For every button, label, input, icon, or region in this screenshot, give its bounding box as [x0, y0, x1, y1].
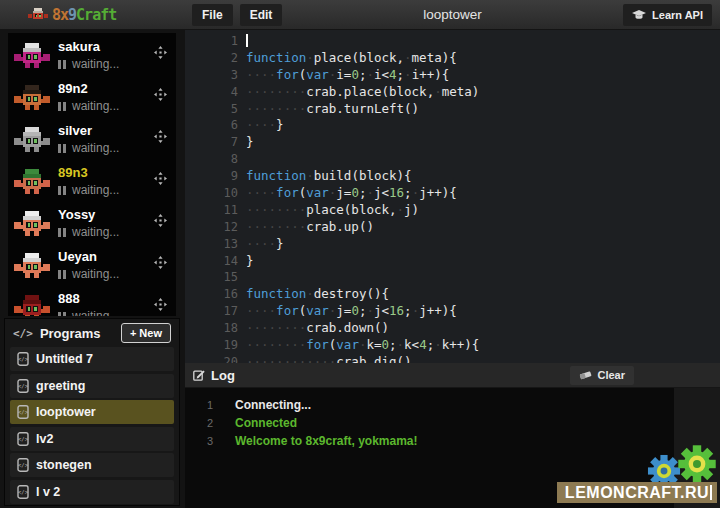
- player-row[interactable]: 89n2 waiting...: [8, 75, 176, 117]
- program-item[interactable]: </>looptower: [10, 400, 174, 424]
- move-player-button[interactable]: [154, 255, 168, 285]
- edit-menu-button[interactable]: Edit: [240, 4, 283, 26]
- line-number: 2: [185, 50, 238, 67]
- program-name: greeting: [36, 379, 85, 393]
- pause-icon: [58, 186, 66, 195]
- new-program-button[interactable]: + New: [121, 323, 171, 343]
- code-line: 9function·build(block){: [185, 168, 720, 185]
- program-item[interactable]: </>greeting: [10, 374, 174, 398]
- log-title: Log: [211, 368, 570, 383]
- line-number: 10: [185, 185, 238, 202]
- move-icon: [154, 172, 167, 185]
- code-line: 17····for(var·j=0;·j<16;·j++){: [185, 303, 720, 320]
- editor-caret: [246, 34, 248, 47]
- player-row[interactable]: Yossy waiting...: [8, 201, 176, 243]
- player-name: silver: [58, 123, 154, 138]
- pause-icon: [58, 60, 66, 69]
- player-name: 89n2: [58, 81, 154, 96]
- move-player-button[interactable]: [154, 129, 168, 159]
- pause-icon: [58, 102, 66, 111]
- line-number: 15: [185, 269, 238, 286]
- crab-avatar: [14, 169, 50, 196]
- program-item[interactable]: </>stonegen: [10, 453, 174, 477]
- log-message: Welcome to 8x9craft, yokmama!: [235, 432, 418, 450]
- file-menu-button[interactable]: File: [192, 4, 233, 26]
- line-number: 19: [185, 337, 238, 354]
- learn-api-button[interactable]: Learn API: [623, 4, 712, 26]
- log-icon: [193, 369, 205, 381]
- move-player-button[interactable]: [154, 45, 168, 75]
- clear-label: Clear: [597, 369, 625, 381]
- logo-text: 8x9Craft: [52, 6, 116, 24]
- line-number: 12: [185, 219, 238, 236]
- program-item[interactable]: </>l v 2: [10, 480, 174, 504]
- program-list: </>Untitled 7 </>greeting </>looptower <…: [5, 347, 179, 504]
- player-list: sakura waiting... 89n2 waiting... silver…: [8, 33, 176, 316]
- program-item[interactable]: </>lv2: [10, 427, 174, 451]
- code-editor[interactable]: 12function·place(block,·meta){3····for(v…: [185, 30, 720, 363]
- pause-icon: [58, 270, 66, 279]
- player-row[interactable]: sakura waiting...: [8, 33, 176, 75]
- code-line: 4········crab.place(block,·meta): [185, 84, 720, 101]
- line-number: 7: [185, 134, 238, 151]
- svg-text:</>: </>: [18, 462, 29, 468]
- move-player-button[interactable]: [154, 297, 168, 316]
- log-line-number: 3: [185, 432, 213, 450]
- player-row[interactable]: silver waiting...: [8, 117, 176, 159]
- player-name: Yossy: [58, 207, 154, 222]
- programs-panel: </> Programs + New </>Untitled 7 </>gree…: [4, 318, 180, 506]
- programs-header: </> Programs + New: [5, 319, 179, 347]
- watermark-banner: LEMONCRAFT.RU: [557, 482, 717, 503]
- player-name: 888: [58, 291, 154, 306]
- player-status-text: waiting...: [72, 309, 119, 316]
- crab-avatar: [14, 211, 50, 238]
- crab-avatar: [14, 295, 50, 316]
- pause-icon: [58, 312, 66, 317]
- player-name: sakura: [58, 39, 154, 54]
- program-file-icon: </>: [17, 432, 29, 446]
- code-line: 2function·place(block,·meta){: [185, 50, 720, 67]
- program-file-icon: </>: [17, 405, 29, 419]
- code-line: 14}: [185, 253, 720, 270]
- log-line: 3Welcome to 8x9craft, yokmama!: [185, 432, 674, 450]
- player-status: waiting...: [58, 267, 154, 281]
- code-line: 5········crab.turnLeft(): [185, 101, 720, 118]
- program-name: lv2: [36, 432, 53, 446]
- program-file-icon: </>: [17, 485, 29, 499]
- log-message: Connected: [235, 414, 297, 432]
- svg-text:</>: </>: [18, 436, 29, 442]
- player-status-text: waiting...: [72, 57, 119, 71]
- code-line: 6····}: [185, 117, 720, 134]
- line-number: 11: [185, 202, 238, 219]
- gear-icon: [676, 442, 718, 486]
- program-file-icon: </>: [17, 379, 29, 393]
- player-row[interactable]: 888 waiting...: [8, 285, 176, 316]
- programs-title: Programs: [40, 326, 121, 341]
- crab-logo-icon: [28, 8, 48, 23]
- line-number: 5: [185, 101, 238, 118]
- clear-log-button[interactable]: Clear: [570, 366, 634, 385]
- move-icon: [154, 88, 167, 101]
- line-number: 16: [185, 286, 238, 303]
- player-row[interactable]: Ueyan waiting...: [8, 243, 176, 285]
- move-icon: [154, 214, 167, 227]
- code-line: 11········place(block,·j): [185, 202, 720, 219]
- player-status: waiting...: [58, 183, 154, 197]
- player-status-text: waiting...: [72, 183, 119, 197]
- move-player-button[interactable]: [154, 171, 168, 201]
- player-row[interactable]: 89n3 waiting...: [8, 159, 176, 201]
- player-status: waiting...: [58, 309, 154, 316]
- program-item[interactable]: </>Untitled 7: [10, 347, 174, 371]
- code-line: 10····for(var·j=0;·j<16;·j++){: [185, 185, 720, 202]
- move-player-button[interactable]: [154, 213, 168, 243]
- svg-text:</>: </>: [18, 356, 29, 362]
- line-number: 18: [185, 320, 238, 337]
- pause-icon: [58, 228, 66, 237]
- eraser-icon: [579, 370, 592, 380]
- player-name: 89n3: [58, 165, 154, 180]
- program-file-icon: </>: [17, 458, 29, 472]
- code-line: 12········crab.up(): [185, 219, 720, 236]
- move-player-button[interactable]: [154, 87, 168, 117]
- program-file-icon: </>: [17, 352, 29, 366]
- crab-avatar: [14, 85, 50, 112]
